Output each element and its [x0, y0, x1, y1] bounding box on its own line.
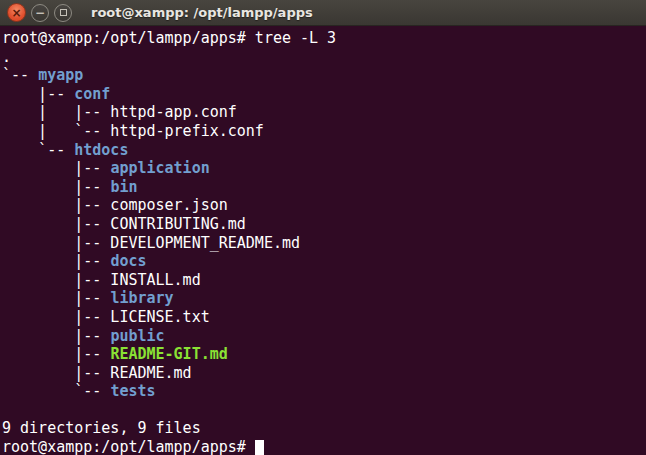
terminal-text-segment: public — [110, 327, 164, 345]
terminal-text-segment: myapp — [38, 66, 83, 84]
terminal-line: |-- application — [2, 159, 646, 178]
terminal-text-segment: |-- — [2, 178, 110, 196]
terminal-text-segment: |-- README.md — [2, 364, 192, 382]
terminal-line: |-- conf — [2, 85, 646, 104]
terminal-line: |-- bin — [2, 178, 646, 197]
terminal-text-segment: README-GIT.md — [110, 345, 227, 363]
terminal-line: |-- docs — [2, 252, 646, 271]
terminal-line: | |-- httpd-app.conf — [2, 103, 646, 122]
terminal-line: |-- library — [2, 289, 646, 308]
terminal-text-segment: |-- — [2, 345, 110, 363]
terminal-text-segment: |-- — [2, 289, 110, 307]
terminal-line: 9 directories, 9 files — [2, 419, 646, 438]
terminal-text-segment: htdocs — [74, 141, 128, 159]
terminal-text-segment: . — [2, 48, 11, 66]
terminal-text-segment: |-- LICENSE.txt — [2, 308, 210, 326]
maximize-button[interactable] — [54, 4, 72, 22]
terminal-line: |-- public — [2, 327, 646, 346]
terminal-text-segment: `-- — [2, 141, 74, 159]
terminal-text-segment: | |-- httpd-app.conf — [2, 103, 237, 121]
terminal-text-segment: |-- INSTALL.md — [2, 271, 201, 289]
terminal-cursor — [255, 440, 264, 455]
terminal-line: |-- LICENSE.txt — [2, 308, 646, 327]
minimize-icon: − — [35, 7, 45, 19]
terminal-text-segment: |-- — [2, 85, 74, 103]
terminal-text-segment: docs — [110, 252, 146, 270]
maximize-icon — [60, 9, 67, 16]
terminal-text-segment: library — [110, 289, 173, 307]
window-title: root@xampp: /opt/lampp/apps — [91, 5, 313, 20]
terminal-text-segment: |-- — [2, 252, 110, 270]
terminal-text-segment: |-- CONTRIBUTING.md — [2, 215, 246, 233]
terminal-text-segment: bin — [110, 178, 137, 196]
terminal-line: |-- README-GIT.md — [2, 345, 646, 364]
terminal-line — [2, 401, 646, 420]
minimize-button[interactable]: − — [31, 4, 49, 22]
close-icon: × — [11, 7, 21, 19]
terminal-line: |-- DEVELOPMENT_README.md — [2, 234, 646, 253]
terminal-line: `-- tests — [2, 382, 646, 401]
terminal-line: root@xampp:/opt/lampp/apps# — [2, 438, 646, 455]
terminal-text-segment: | `-- httpd-prefix.conf — [2, 122, 264, 140]
terminal-text-segment: root@xampp:/opt/lampp/apps# tree -L 3 — [2, 29, 336, 47]
terminal-text-segment: root@xampp:/opt/lampp/apps# — [2, 438, 255, 455]
close-button[interactable]: × — [7, 3, 26, 22]
terminal-text-segment: |-- — [2, 159, 110, 177]
titlebar[interactable]: × − root@xampp: /opt/lampp/apps — [0, 0, 646, 26]
terminal-text-segment: 9 directories, 9 files — [2, 419, 201, 437]
terminal-line: `-- myapp — [2, 66, 646, 85]
terminal-line: |-- README.md — [2, 364, 646, 383]
terminal-screen[interactable]: root@xampp:/opt/lampp/apps# tree -L 3.`-… — [0, 26, 646, 455]
terminal-text-segment: `-- — [2, 66, 38, 84]
terminal-line: root@xampp:/opt/lampp/apps# tree -L 3 — [2, 29, 646, 48]
terminal-text-segment: tests — [110, 382, 155, 400]
terminal-text-segment: application — [110, 159, 209, 177]
terminal-line: |-- composer.json — [2, 196, 646, 215]
terminal-text-segment: |-- composer.json — [2, 196, 228, 214]
terminal-line: . — [2, 48, 646, 67]
terminal-line: | `-- httpd-prefix.conf — [2, 122, 646, 141]
terminal-window: × − root@xampp: /opt/lampp/apps root@xam… — [0, 0, 646, 455]
terminal-line: |-- INSTALL.md — [2, 271, 646, 290]
terminal-line: `-- htdocs — [2, 141, 646, 160]
terminal-text-segment: |-- DEVELOPMENT_README.md — [2, 234, 300, 252]
terminal-text-segment: |-- — [2, 327, 110, 345]
terminal-text-segment: `-- — [2, 382, 110, 400]
terminal-text-segment: conf — [74, 85, 110, 103]
terminal-line: |-- CONTRIBUTING.md — [2, 215, 646, 234]
